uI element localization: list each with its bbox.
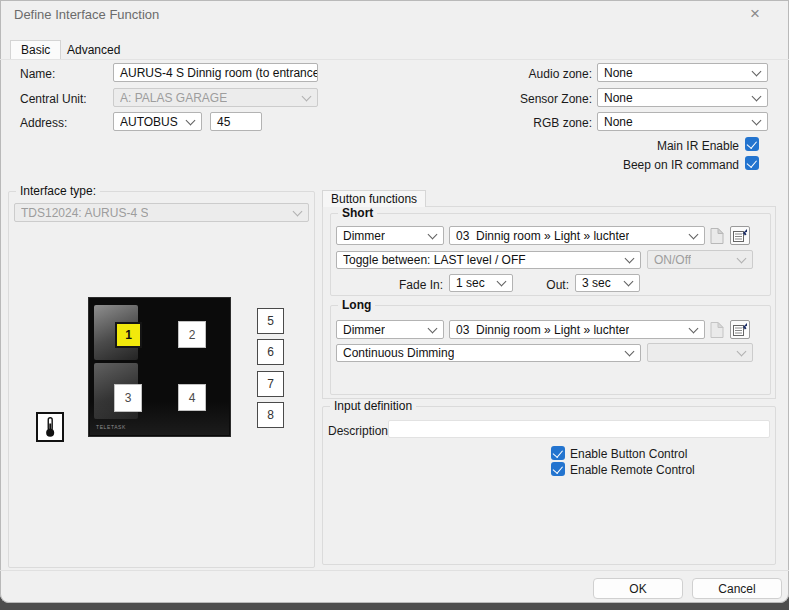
short-target-select[interactable]: 03 Dinnig room » Light » luchter [449,226,705,245]
tab-advanced[interactable]: Advanced [57,41,130,60]
keypad-button-5-label: 5 [267,314,274,328]
address-bus-value: AUTOBUS 2 [120,115,181,129]
enable-button-control-checkbox[interactable] [551,446,565,460]
sensor-zone-label: Sensor Zone: [492,92,592,106]
long-function-select[interactable]: Dimmer [336,320,444,339]
keypad-button-5[interactable]: 5 [257,308,284,334]
beep-on-ir-checkbox[interactable] [745,156,759,170]
fade-in-value: 1 sec [456,276,485,290]
chevron-down-icon [293,206,303,216]
address-number-input[interactable]: 45 [210,112,262,131]
long-target-value: 03 Dinnig room » Light » luchter [456,323,629,337]
address-bus-select[interactable]: AUTOBUS 2 [113,112,202,131]
chevron-down-icon [497,277,507,287]
fade-out-label: Out: [543,278,569,292]
short-mode-secondary-value: ON/Off [654,253,691,267]
enable-button-control-label: Enable Button Control [570,447,687,461]
keypad-button-6[interactable]: 6 [257,339,284,365]
keypad-button-1[interactable]: 1 [115,322,142,348]
chevron-down-icon [428,323,438,333]
ok-button-label: OK [629,582,646,596]
short-function-value: Dimmer [343,229,385,243]
short-properties-button[interactable] [730,226,750,245]
fade-in-select[interactable]: 1 sec [449,274,513,292]
long-mode-select[interactable]: Continuous Dimming [336,344,641,362]
fade-out-value: 3 sec [582,276,611,290]
long-document-icon[interactable] [709,322,725,338]
central-unit-value: A: PALAS GARAGE [120,91,227,105]
close-icon: × [750,4,760,24]
description-label: Description: [328,424,391,438]
properties-icon [733,322,748,337]
audio-zone-label: Audio zone: [492,67,592,81]
define-interface-function-dialog: Define Interface Function × Basic Advanc… [0,0,789,603]
chevron-down-icon [186,115,196,125]
chevron-down-icon [737,346,747,356]
tab-advanced-label: Advanced [67,43,120,57]
name-input[interactable]: AURUS-4 S Dinnig room (to entrance) [113,63,318,82]
long-function-value: Dimmer [343,323,385,337]
sensor-zone-select[interactable]: None [597,88,768,107]
chevron-down-icon [689,323,699,333]
central-unit-select: A: PALAS GARAGE [113,88,318,107]
close-button[interactable]: × [740,2,770,26]
keypad-button-8[interactable]: 8 [257,402,284,428]
keypad-button-3[interactable]: 3 [114,384,142,412]
short-mode-secondary-select: ON/Off [647,250,753,269]
tab-button-functions[interactable]: Button functions [322,190,426,207]
cancel-button[interactable]: Cancel [692,578,782,599]
description-input[interactable] [388,420,770,438]
keypad-device-graphic: 1 2 3 4 TELETASK [88,297,231,437]
tab-strip-divider [0,59,789,60]
chevron-down-icon [689,229,699,239]
check-icon [553,463,563,473]
check-icon [553,447,563,457]
properties-icon [733,228,748,243]
long-mode-secondary-select [647,343,753,362]
input-definition-group-label: Input definition [330,399,416,413]
keypad-button-4[interactable]: 4 [178,384,206,411]
short-mode-select[interactable]: Toggle between: LAST level / OFF [336,251,641,269]
chevron-down-icon [752,66,762,76]
enable-remote-control-checkbox[interactable] [551,462,565,476]
long-properties-button[interactable] [730,320,750,339]
long-group-label: Long [338,298,375,312]
short-document-icon[interactable] [709,228,725,244]
interface-type-select: TDS12024: AURUS-4 S [14,203,309,222]
chevron-down-icon [625,254,635,264]
keypad-button-1-label: 1 [125,328,132,342]
short-function-select[interactable]: Dimmer [336,226,444,245]
rgb-zone-select[interactable]: None [597,112,768,131]
short-target-value: 03 Dinnig room » Light » luchter [456,229,629,243]
name-value: AURUS-4 S Dinnig room (to entrance) [120,66,318,80]
interface-type-value: TDS12024: AURUS-4 S [21,206,148,220]
keypad-button-7-label: 7 [267,377,274,391]
keypad-button-2[interactable]: 2 [178,321,206,348]
chevron-down-icon [625,347,635,357]
keypad-button-4-label: 4 [189,391,196,405]
address-label: Address: [20,116,67,130]
keypad-button-2-label: 2 [189,328,196,342]
keypad-button-7[interactable]: 7 [257,371,284,397]
chevron-down-icon [302,91,312,101]
check-icon [747,157,757,167]
rgb-zone-value: None [604,115,633,129]
long-target-select[interactable]: 03 Dinnig room » Light » luchter [449,320,705,339]
ok-button[interactable]: OK [593,578,683,599]
thermometer-icon [43,416,57,438]
rgb-zone-label: RGB zone: [492,116,592,130]
temperature-sensor-button[interactable] [36,412,64,442]
tab-basic[interactable]: Basic [10,40,61,59]
main-ir-enable-checkbox[interactable] [745,137,759,151]
keypad-button-6-label: 6 [267,345,274,359]
fade-out-select[interactable]: 3 sec [575,274,640,292]
audio-zone-select[interactable]: None [597,63,768,82]
window-title: Define Interface Function [14,7,159,22]
tab-button-functions-label: Button functions [331,192,417,206]
keypad-button-8-label: 8 [267,408,274,422]
long-mode-value: Continuous Dimming [343,346,454,360]
sensor-zone-value: None [604,91,633,105]
tab-basic-label: Basic [21,43,50,57]
short-group-label: Short [338,206,377,220]
screen: Define Interface Function × Basic Advanc… [0,0,789,610]
